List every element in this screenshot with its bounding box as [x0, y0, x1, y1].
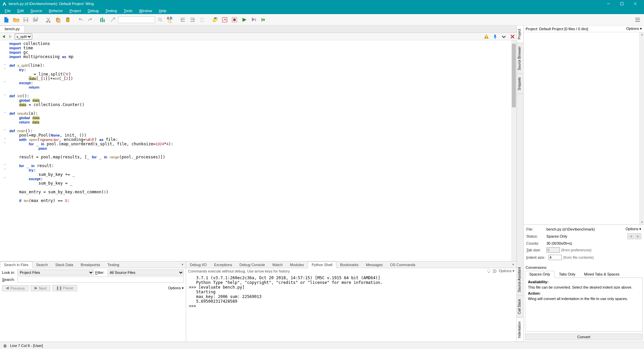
lookin-select[interactable]: Project Files [17, 269, 94, 276]
maximize-button[interactable] [615, 0, 629, 7]
cut-button[interactable] [44, 15, 53, 24]
search-icon[interactable] [156, 15, 165, 24]
tab-testing[interactable]: Testing [104, 262, 123, 268]
project-options[interactable]: Options ▾ [626, 27, 642, 31]
symbol-index-button[interactable] [99, 15, 107, 24]
list-icon[interactable] [492, 269, 497, 273]
menu-source[interactable]: Source [27, 8, 46, 13]
nav-back-icon[interactable] [1, 34, 6, 39]
menu-file[interactable]: File [1, 8, 14, 13]
tab-breakpoints[interactable]: Breakpoints [77, 262, 104, 268]
copy-button[interactable] [54, 15, 62, 24]
save-all-button[interactable] [31, 15, 40, 24]
comment-button[interactable] [198, 15, 207, 24]
indent-button[interactable] [178, 15, 187, 24]
vtab-snippets[interactable]: Snippets [517, 74, 523, 94]
tab-stack-data[interactable]: Stack Data [52, 262, 77, 268]
save-button[interactable] [21, 15, 30, 24]
outdent-button[interactable] [188, 15, 197, 24]
tab-debug-console[interactable]: Debug Console [236, 262, 269, 268]
project-tree[interactable]: ▲ ▼ [524, 32, 644, 225]
code-area[interactable]: import collections import time import gc… [9, 40, 511, 261]
undo-button[interactable] [76, 15, 85, 24]
python-icon[interactable] [211, 15, 219, 24]
step-button[interactable] [259, 15, 268, 24]
bright-dropdown-icon[interactable]: ▼ [510, 263, 517, 266]
new-file-button[interactable] [2, 15, 11, 24]
menu-tools[interactable]: Tools [120, 8, 136, 13]
sa-options[interactable]: Options ▾ [626, 227, 641, 231]
bright-options[interactable]: Options [499, 269, 512, 273]
menu-refactor[interactable]: Refactor [46, 8, 66, 13]
vtab-project[interactable]: Project [517, 26, 523, 43]
search-input[interactable] [17, 277, 184, 283]
tab-search-in-files[interactable]: Search in Files [0, 261, 33, 268]
file-tab-bench[interactable]: bench.py [0, 26, 25, 33]
vtab-indentation[interactable]: Indentation [517, 318, 523, 342]
close-editor-icon[interactable] [510, 34, 515, 39]
previous-button[interactable]: ⯇ Previous [2, 285, 29, 291]
bulb-icon[interactable] [486, 269, 491, 273]
toolbar-search-input[interactable] [118, 16, 155, 23]
tab-messages[interactable]: Messages [362, 262, 386, 268]
run-button[interactable] [240, 15, 249, 24]
editor-header: s_split [0, 33, 517, 40]
warning-icon[interactable] [484, 34, 489, 39]
breakpoint-icon[interactable] [230, 15, 239, 24]
editor[interactable]: −−−−−−−−−−− import collections import ti… [0, 40, 517, 261]
debug-button[interactable] [250, 15, 258, 24]
tab-python-shell[interactable]: Python Shell [308, 261, 336, 268]
tab-modules[interactable]: Modules [286, 262, 308, 268]
menu-window[interactable]: Window [136, 8, 155, 13]
open-file-button[interactable] [12, 15, 20, 24]
nav-forward-icon[interactable] [8, 34, 13, 39]
sa-indent-input[interactable] [548, 255, 562, 260]
symbol-selector[interactable]: s_split [15, 34, 32, 40]
menu-edit[interactable]: Edit [14, 8, 27, 13]
redo-button[interactable] [86, 15, 95, 24]
sa-prev-button[interactable]: ◀ [627, 233, 634, 239]
debug-config-icon[interactable] [220, 15, 229, 24]
sa-tabsize-hint: (from preferences) [561, 248, 591, 252]
chevron-down-icon[interactable] [501, 34, 506, 39]
fold-gutter[interactable]: −−−−−−−−−−− [0, 40, 9, 261]
conv-tab-tabs-only[interactable]: Tabs Only [554, 271, 580, 278]
lookin-label: Look in: [2, 270, 16, 275]
tab-bookmarks[interactable]: Bookmarks [336, 262, 362, 268]
goto-definition-button[interactable] [108, 15, 117, 24]
pause-button[interactable]: ❚❚ Pause [52, 285, 77, 291]
tab-os-commands[interactable]: OS Commands [386, 262, 419, 268]
pin-icon[interactable] [492, 34, 498, 39]
paste-button[interactable] [63, 15, 72, 24]
minimize-button[interactable] [602, 0, 615, 7]
filter-select[interactable]: All Source Files [107, 269, 184, 276]
sa-tabsize-input[interactable] [546, 247, 560, 253]
tab-debug-i-o[interactable]: Debug I/O [186, 262, 210, 268]
bleft-options[interactable]: Options ▾ [168, 286, 184, 290]
find-replace-icon[interactable]: AB [166, 15, 174, 24]
app-icon [2, 1, 7, 6]
menu-help[interactable]: Help [156, 8, 170, 13]
close-button[interactable] [629, 0, 642, 7]
tab-watch[interactable]: Watch [269, 262, 286, 268]
vtab-call-stack[interactable]: Call Stack [517, 296, 523, 318]
vtab-source-browser[interactable]: Source Browser [517, 43, 523, 74]
bug-icon[interactable] [3, 343, 7, 348]
tab-exceptions[interactable]: Exceptions [210, 262, 236, 268]
menu-debug[interactable]: Debug [84, 8, 102, 13]
python-shell[interactable]: 3.7.1 (v3.7.1:260ec2c36a, Oct 20 2018, 1… [186, 274, 517, 342]
action-text: Wing will convert all indentation in the… [528, 297, 640, 301]
conv-tab-mixed-tabs-spaces[interactable]: Mixed Tabs & Spaces [580, 271, 624, 278]
convert-button[interactable]: Convert [525, 334, 643, 340]
next-button[interactable]: ⯈ Next [31, 285, 50, 291]
hamburger-icon[interactable] [633, 15, 642, 24]
sa-next-button[interactable]: ▶ [635, 233, 641, 239]
menu-project[interactable]: Project [66, 8, 84, 13]
conv-tab-spaces-only[interactable]: Spaces Only [525, 271, 554, 278]
bleft-dropdown-icon[interactable]: ▼ [179, 263, 186, 266]
menu-testing[interactable]: Testing [102, 8, 120, 13]
vertical-scrollbar[interactable] [511, 40, 517, 261]
availability-text: This file can be converted. Select the d… [528, 285, 640, 289]
tab-search[interactable]: Search [33, 262, 52, 268]
vtab-source-assistant[interactable]: Source Assistant [517, 264, 523, 296]
